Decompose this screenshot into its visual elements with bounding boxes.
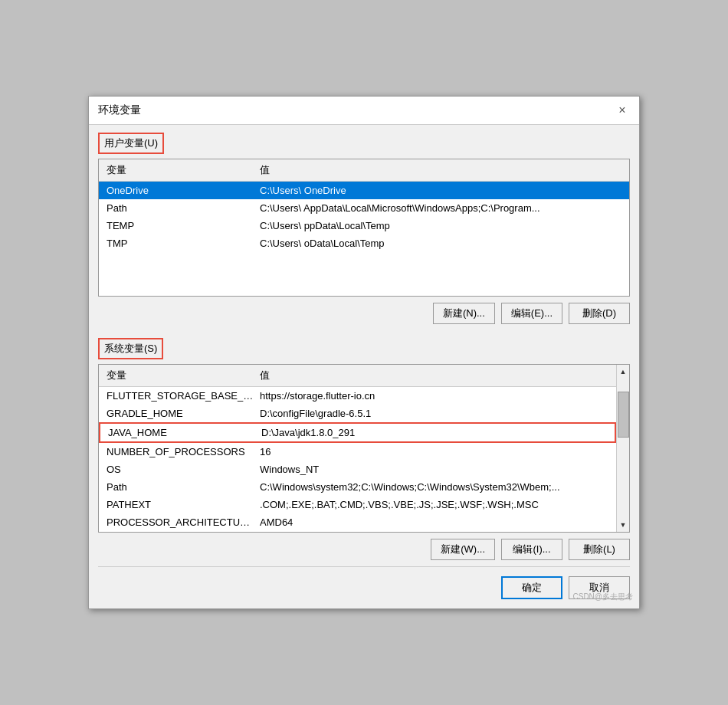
user-edit-button[interactable]: 编辑(E)...	[501, 303, 562, 324]
user-row-val: C:\Users\ OneDrive	[257, 183, 625, 198]
user-table-row[interactable]: TEMP C:\Users\ ppData\Local\Temp	[99, 217, 629, 234]
scroll-up-arrow[interactable]: ▲	[620, 365, 627, 379]
user-row-var: TMP	[103, 236, 257, 251]
system-variables-table: 变量 值 FLUTTER_STORAGE_BASE_U... https://s…	[98, 364, 630, 533]
user-delete-button[interactable]: 删除(D)	[569, 303, 630, 324]
user-var-header: 变量	[103, 162, 257, 179]
sys-row-var: FLUTTER_STORAGE_BASE_U...	[103, 389, 257, 403]
system-variables-label: 系统变量(S)	[98, 338, 163, 359]
user-row-val: C:\Users\ ppData\Local\Temp	[257, 218, 625, 233]
sys-row-val: Windows_NT	[257, 462, 612, 477]
sys-val-header: 值	[257, 367, 612, 384]
user-row-var: TEMP	[103, 218, 257, 233]
sys-table-row[interactable]: JAVA_HOME D:\Java\jdk1.8.0_291	[99, 422, 616, 443]
user-buttons-row: 新建(N)... 编辑(E)... 删除(D)	[89, 297, 639, 330]
system-table-inner: 变量 值 FLUTTER_STORAGE_BASE_U... https://s…	[99, 365, 629, 532]
sys-var-header: 变量	[103, 367, 257, 384]
user-new-button[interactable]: 新建(N)...	[433, 303, 495, 324]
user-table-header: 变量 值	[99, 159, 629, 182]
sys-row-var: PROCESSOR_ARCHITECTURE	[103, 515, 257, 530]
user-row-var: OneDrive	[103, 183, 257, 198]
sys-table-row[interactable]: OS Windows_NT	[99, 461, 616, 478]
user-table-row[interactable]: OneDrive C:\Users\ OneDrive	[99, 182, 629, 199]
user-table-row[interactable]: TMP C:\Users\ oData\Local\Temp	[99, 234, 629, 252]
sys-row-val: C:\Windows\system32;C:\Windows;C:\Window…	[257, 480, 612, 494]
sys-row-val: 16	[257, 444, 612, 459]
user-row-val: C:\Users\ AppData\Local\Microsoft\Window…	[257, 201, 625, 215]
bottom-buttons-row: 确定 取消	[89, 567, 639, 608]
close-button[interactable]: ×	[615, 103, 630, 118]
title-bar: 环境变量 ×	[89, 97, 639, 125]
ok-button[interactable]: 确定	[501, 576, 562, 599]
sys-row-val: AMD64	[257, 515, 612, 530]
watermark: CSDN@多去思考	[573, 592, 634, 602]
sys-row-var: NUMBER_OF_PROCESSORS	[103, 444, 257, 459]
sys-row-var: OS	[103, 462, 257, 477]
sys-row-val: D:\Java\jdk1.8.0_291	[258, 425, 610, 440]
sys-row-var: Path	[103, 480, 257, 494]
sys-table-row[interactable]: PROCESSOR_ARCHITECTURE AMD64	[99, 513, 616, 531]
sys-row-val: .COM;.EXE;.BAT;.CMD;.VBS;.VBE;.JS;.JSE;.…	[257, 497, 612, 512]
environment-variables-dialog: 环境变量 × 用户变量(U) 变量 值 OneDrive C:\Users\ O…	[88, 96, 640, 609]
sys-row-val: D:\configFile\gradle-6.5.1	[257, 406, 612, 421]
sys-table-row[interactable]: Path C:\Windows\system32;C:\Windows;C:\W…	[99, 478, 616, 496]
user-variables-label: 用户变量(U)	[98, 133, 164, 154]
sys-table-row[interactable]: NUMBER_OF_PROCESSORS 16	[99, 443, 616, 461]
sys-table-rows: FLUTTER_STORAGE_BASE_U... https://storag…	[99, 387, 616, 531]
sys-table-row[interactable]: FLUTTER_STORAGE_BASE_U... https://storag…	[99, 387, 616, 405]
user-val-header: 值	[257, 162, 625, 179]
user-row-var: Path	[103, 201, 257, 215]
sys-row-val: https://storage.flutter-io.cn	[257, 389, 612, 403]
user-row-val: C:\Users\ oData\Local\Temp	[257, 236, 625, 251]
scroll-down-arrow[interactable]: ▼	[620, 518, 627, 532]
sys-row-var: GRADLE_HOME	[103, 406, 257, 421]
system-delete-button[interactable]: 删除(L)	[569, 539, 630, 560]
sys-row-var: PATHEXT	[103, 497, 257, 512]
scrollbar[interactable]: ▲ ▼	[616, 365, 629, 532]
user-table-rows: OneDrive C:\Users\ OneDrive Path C:\User…	[99, 182, 629, 252]
sys-table-row[interactable]: PATHEXT .COM;.EXE;.BAT;.CMD;.VBS;.VBE;.J…	[99, 496, 616, 513]
scrollbar-thumb[interactable]	[618, 392, 629, 438]
sys-table-header: 变量 值	[99, 365, 616, 387]
user-table-row[interactable]: Path C:\Users\ AppData\Local\Microsoft\W…	[99, 199, 629, 217]
system-edit-button[interactable]: 编辑(I)...	[501, 539, 562, 560]
user-variables-table: 变量 值 OneDrive C:\Users\ OneDrive Path C:…	[98, 159, 630, 297]
dialog-title: 环境变量	[98, 103, 141, 117]
system-new-button[interactable]: 新建(W)...	[431, 539, 495, 560]
sys-table-row[interactable]: GRADLE_HOME D:\configFile\gradle-6.5.1	[99, 405, 616, 422]
sys-row-var: JAVA_HOME	[105, 425, 258, 440]
system-buttons-row: 新建(W)... 编辑(I)... 删除(L)	[89, 533, 639, 566]
